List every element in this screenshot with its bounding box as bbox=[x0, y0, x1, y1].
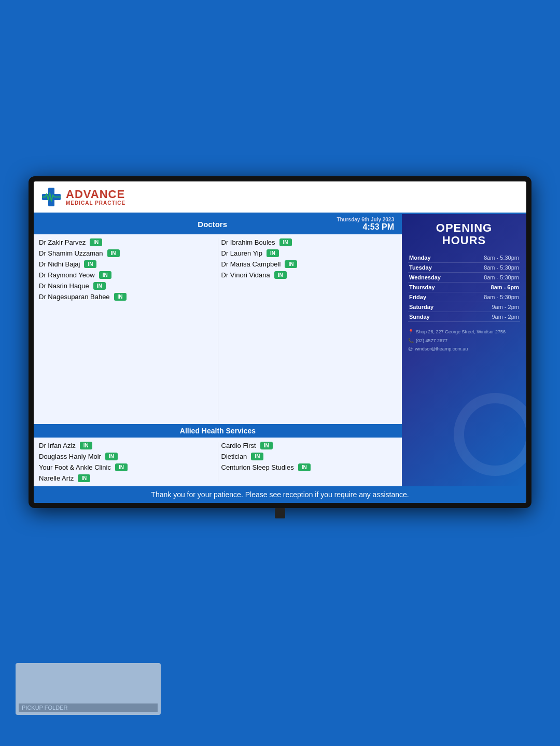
allied-grid: Dr Irfan Aziz IN Douglass Hanly Moir IN … bbox=[34, 438, 402, 486]
list-item: Dr Irfan Aziz IN bbox=[39, 442, 215, 449]
allied-header-bar: Allied Health Services bbox=[34, 424, 402, 438]
clinic-phone: 📞 (02) 4577 2677 bbox=[408, 337, 520, 344]
opening-hours-panel: OPENINGHOURS Monday 8am - 5:30pm Tuesday… bbox=[402, 214, 526, 486]
status-badge: IN bbox=[260, 442, 273, 449]
status-badge: IN bbox=[99, 271, 111, 279]
list-item: Cardio First IN bbox=[221, 442, 397, 449]
status-badge: IN bbox=[115, 463, 128, 471]
table-row: Dr Nagesuparan Bahee IN bbox=[39, 293, 215, 301]
tv-frame: ADVANCE MEDICAL PRACTICE Doctors Thursda… bbox=[29, 176, 531, 508]
logo-subtitle: MEDICAL PRACTICE bbox=[66, 200, 125, 206]
ticker-bar: Thank you for your patience. Please see … bbox=[34, 486, 526, 503]
day-hours: 8am - 6pm bbox=[450, 283, 520, 292]
doctor-name: Dr Vinori Vidana bbox=[221, 271, 270, 279]
allied-divider bbox=[218, 442, 218, 482]
doctor-name: Dr Marisa Campbell bbox=[221, 260, 281, 268]
list-item: Centurion Sleep Studies IN bbox=[221, 463, 397, 471]
status-badge: IN bbox=[78, 474, 90, 482]
day-label: Tuesday bbox=[408, 263, 450, 273]
hours-table: Monday 8am - 5:30pm Tuesday 8am - 5:30pm… bbox=[408, 253, 520, 322]
day-hours: 9am - 2pm bbox=[450, 302, 520, 312]
day-hours: 8am - 5:30pm bbox=[450, 273, 520, 283]
allied-name: Dietician bbox=[221, 453, 247, 460]
day-hours: 9am - 2pm bbox=[450, 312, 520, 322]
allied-name: Centurion Sleep Studies bbox=[221, 463, 294, 471]
table-row: Dr Zakir Parvez IN bbox=[39, 238, 215, 246]
doctors-panel: Doctors Thursday 6th July 2023 4:53 PM D… bbox=[34, 214, 402, 486]
hours-row: Wednesday 8am - 5:30pm bbox=[408, 273, 520, 283]
status-badge: IN bbox=[107, 249, 120, 257]
day-label: Sunday bbox=[408, 312, 450, 322]
status-badge: IN bbox=[105, 453, 118, 460]
header: ADVANCE MEDICAL PRACTICE bbox=[34, 181, 526, 214]
pickup-folder: PICKUP FOLDER bbox=[16, 663, 161, 715]
table-row: Dr Shamim Uzzaman IN bbox=[39, 249, 215, 257]
doctors-left-col: Dr Zakir Parvez IN Dr Shamim Uzzaman IN … bbox=[39, 238, 215, 420]
status-badge: IN bbox=[84, 260, 96, 268]
table-row: Dr Nidhi Bajaj IN bbox=[39, 260, 215, 268]
allied-name: Douglass Hanly Moir bbox=[39, 453, 101, 460]
date-text: Thursday 6th July 2023 bbox=[337, 217, 394, 222]
doctors-right-col: Dr Ibrahim Boules IN Dr Lauren Yip IN Dr… bbox=[221, 238, 397, 420]
doctors-grid: Dr Zakir Parvez IN Dr Shamim Uzzaman IN … bbox=[34, 234, 402, 424]
clinic-info: 📍 Shop 26, 227 George Street, Windsor 27… bbox=[408, 328, 520, 354]
day-label: Friday bbox=[408, 292, 450, 302]
table-row: Dr Vinori Vidana IN bbox=[221, 271, 397, 279]
table-row: Dr Marisa Campbell IN bbox=[221, 260, 397, 268]
allied-right-col: Cardio First IN Dietician IN Centurion S… bbox=[221, 442, 397, 482]
clinic-email: @ windsor@theamp.com.au bbox=[408, 345, 520, 353]
logo-text: ADVANCE MEDICAL PRACTICE bbox=[66, 189, 125, 206]
doctors-header-bar: Doctors Thursday 6th July 2023 4:53 PM bbox=[34, 214, 402, 234]
day-label: Monday bbox=[408, 253, 450, 263]
day-label: Saturday bbox=[408, 302, 450, 312]
doctor-name: Dr Shamim Uzzaman bbox=[39, 249, 103, 257]
day-hours: 8am - 5:30pm bbox=[450, 292, 520, 302]
cross-icon bbox=[40, 186, 63, 208]
bottom-items: PICKUP FOLDER bbox=[16, 663, 223, 715]
table-row: Dr Lauren Yip IN bbox=[221, 249, 397, 257]
list-item: Douglass Hanly Moir IN bbox=[39, 453, 215, 460]
logo-area: ADVANCE MEDICAL PRACTICE bbox=[40, 186, 125, 208]
tv-stand bbox=[275, 508, 285, 518]
day-label: Wednesday bbox=[408, 273, 450, 283]
hours-row: Friday 8am - 5:30pm bbox=[408, 292, 520, 302]
time-text: 4:53 PM bbox=[337, 222, 394, 232]
main-content: Doctors Thursday 6th July 2023 4:53 PM D… bbox=[34, 214, 526, 486]
allied-name: Cardio First bbox=[221, 442, 256, 449]
list-item: Your Foot & Ankle Clinic IN bbox=[39, 463, 215, 471]
day-hours: 8am - 5:30pm bbox=[450, 263, 520, 273]
doctor-name: Dr Lauren Yip bbox=[221, 249, 263, 257]
pin-icon: 📍 bbox=[408, 328, 414, 335]
folder-label: PICKUP FOLDER bbox=[19, 703, 158, 712]
status-badge: IN bbox=[251, 453, 263, 460]
status-badge: IN bbox=[274, 271, 287, 279]
clinic-address: 📍 Shop 26, 227 George Street, Windsor 27… bbox=[408, 328, 520, 335]
status-badge: IN bbox=[285, 260, 297, 268]
email-icon: @ bbox=[408, 345, 413, 353]
list-item: Dietician IN bbox=[221, 453, 397, 460]
allied-name: Dr Irfan Aziz bbox=[39, 442, 76, 449]
table-row: Dr Ibrahim Boules IN bbox=[221, 238, 397, 246]
allied-name: Your Foot & Ankle Clinic bbox=[39, 463, 111, 471]
doctor-name: Dr Raymond Yeow bbox=[39, 271, 95, 279]
date-time-display: Thursday 6th July 2023 4:53 PM bbox=[337, 217, 394, 232]
status-badge: IN bbox=[298, 463, 311, 471]
hours-row: Sunday 9am - 2pm bbox=[408, 312, 520, 322]
doctor-name: Dr Zakir Parvez bbox=[39, 238, 86, 246]
opening-hours-title: OPENINGHOURS bbox=[408, 222, 520, 247]
hours-row: Tuesday 8am - 5:30pm bbox=[408, 263, 520, 273]
allied-name: Narelle Artz bbox=[39, 474, 74, 482]
status-badge: IN bbox=[267, 249, 279, 257]
status-badge: IN bbox=[114, 293, 127, 301]
allied-section-title: Allied Health Services bbox=[180, 427, 256, 435]
phone-icon: 📞 bbox=[408, 337, 414, 344]
day-label: Thursday bbox=[408, 283, 450, 292]
doctor-name: Dr Nidhi Bajaj bbox=[39, 260, 80, 268]
hours-row: Saturday 9am - 2pm bbox=[408, 302, 520, 312]
day-hours: 8am - 5:30pm bbox=[450, 253, 520, 263]
hours-row: Monday 8am - 5:30pm bbox=[408, 253, 520, 263]
logo-name: ADVANCE bbox=[66, 189, 125, 200]
allied-section: Allied Health Services Dr Irfan Aziz IN … bbox=[34, 424, 402, 486]
doctors-section-title: Doctors bbox=[88, 220, 337, 229]
hours-row: Thursday 8am - 6pm bbox=[408, 283, 520, 292]
